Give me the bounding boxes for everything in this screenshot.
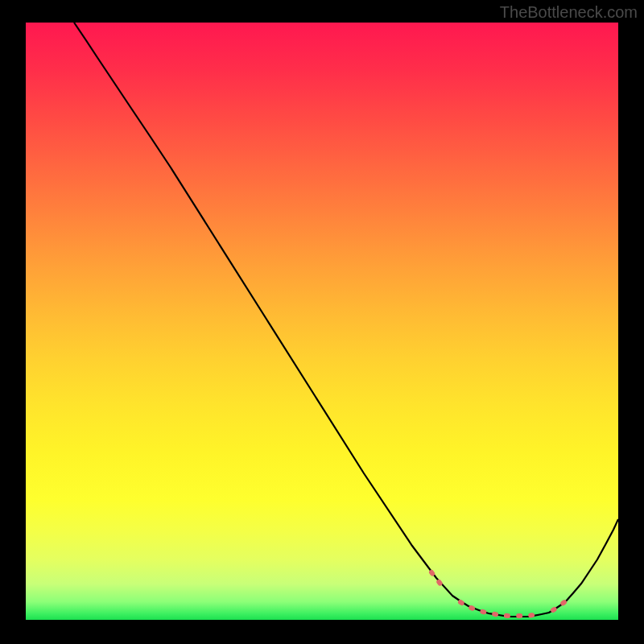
- dotted-overlay: [431, 572, 571, 616]
- main-curve: [74, 23, 618, 617]
- curve-svg: [26, 23, 618, 620]
- chart-container: TheBottleneck.com: [0, 0, 644, 644]
- watermark-text: TheBottleneck.com: [500, 3, 638, 22]
- plot-area: [26, 23, 618, 620]
